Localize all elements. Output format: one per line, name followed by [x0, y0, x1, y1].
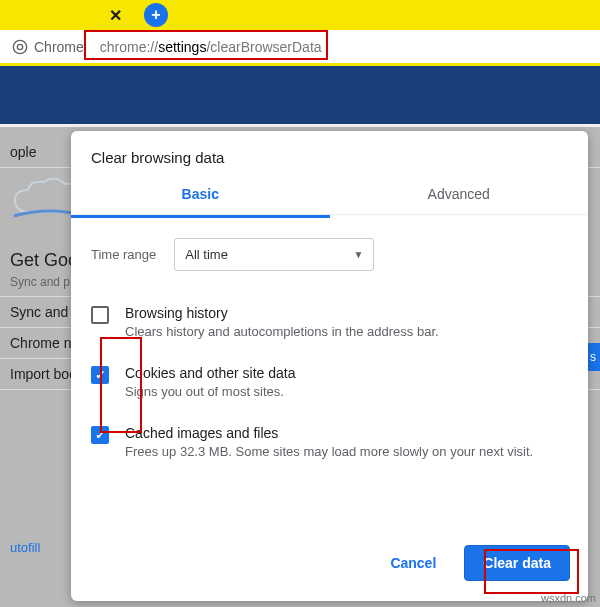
site-chip-label: Chrome: [34, 39, 84, 55]
dialog-tabs: Basic Advanced: [71, 176, 588, 215]
dropdown-icon: ▼: [353, 249, 363, 260]
option-cache[interactable]: ✓ Cached images and files Frees up 32.3 …: [91, 417, 568, 477]
url-scheme: chrome://: [100, 39, 158, 55]
site-chip: Chrome: [6, 37, 90, 57]
bg-sidebar-autofill[interactable]: utofill: [0, 532, 50, 563]
url-path: /clearBrowserData: [206, 39, 321, 55]
option-title: Cached images and files: [125, 425, 533, 441]
url-host: settings: [158, 39, 206, 55]
svg-point-1: [17, 44, 22, 49]
option-title: Cookies and other site data: [125, 365, 295, 381]
tab-close-button[interactable]: ✕: [100, 0, 130, 30]
dialog-body: Time range All time ▼ Browsing history C…: [71, 218, 588, 485]
new-tab-button[interactable]: +: [144, 3, 168, 27]
checkbox-cookies[interactable]: ✓: [91, 366, 109, 384]
option-browsing-history[interactable]: Browsing history Clears history and auto…: [91, 297, 568, 357]
option-desc: Signs you out of most sites.: [125, 384, 295, 399]
time-range-row: Time range All time ▼: [91, 238, 568, 271]
watermark: wsxdn.com: [541, 592, 596, 604]
check-icon: ✓: [95, 368, 106, 382]
close-icon: ✕: [109, 6, 122, 25]
option-title: Browsing history: [125, 305, 439, 321]
time-range-value: All time: [185, 247, 228, 262]
cancel-button[interactable]: Cancel: [372, 546, 454, 580]
plus-icon: +: [151, 7, 160, 23]
option-desc: Frees up 32.3 MB. Some sites may load mo…: [125, 444, 533, 459]
tab-strip: ✕ +: [0, 0, 600, 30]
time-range-select[interactable]: All time ▼: [174, 238, 374, 271]
time-range-label: Time range: [91, 247, 156, 262]
omnibox-input[interactable]: chrome://settings/clearBrowserData: [90, 39, 594, 55]
svg-point-0: [13, 40, 26, 53]
option-desc: Clears history and autocompletions in th…: [125, 324, 439, 339]
dialog-title: Clear browsing data: [71, 131, 588, 176]
tab-advanced[interactable]: Advanced: [330, 176, 589, 214]
clear-data-button[interactable]: Clear data: [464, 545, 570, 581]
omnibox-row: Chrome chrome://settings/clearBrowserDat…: [0, 30, 600, 66]
dialog-actions: Cancel Clear data: [71, 545, 588, 601]
checkbox-cache[interactable]: ✓: [91, 426, 109, 444]
option-cookies[interactable]: ✓ Cookies and other site data Signs you …: [91, 357, 568, 417]
settings-top-bar: [0, 66, 600, 124]
check-icon: ✓: [95, 428, 106, 442]
tab-basic[interactable]: Basic: [71, 176, 330, 214]
chrome-page-icon: [12, 39, 28, 55]
checkbox-browsing-history[interactable]: [91, 306, 109, 324]
clear-browsing-data-dialog: Clear browsing data Basic Advanced Time …: [71, 131, 588, 601]
